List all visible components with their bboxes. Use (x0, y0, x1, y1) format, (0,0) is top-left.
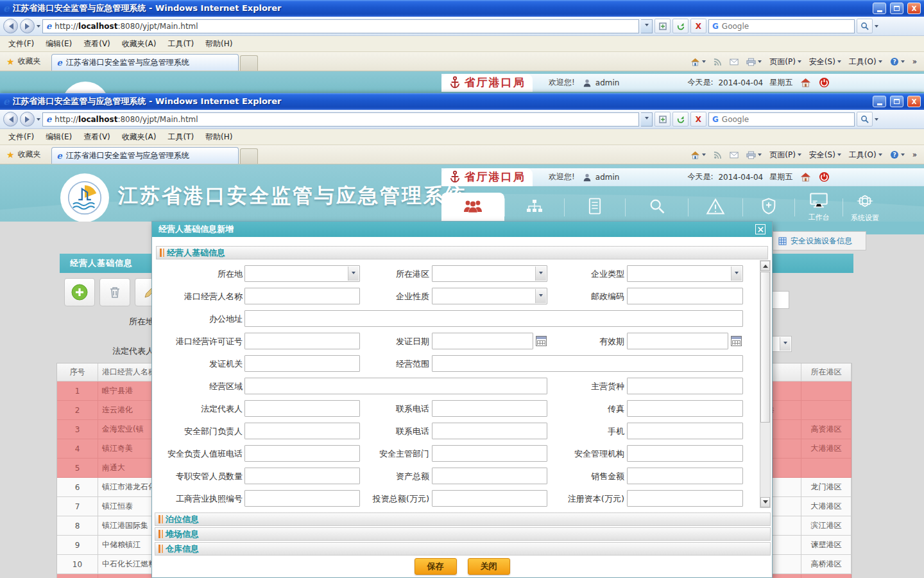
select-field[interactable] (432, 265, 547, 282)
text-field[interactable] (244, 490, 360, 507)
menu-item-2[interactable]: 查看(V) (78, 36, 116, 52)
date-field[interactable] (432, 333, 533, 349)
safety-menu[interactable]: 安全(S) (806, 148, 844, 162)
restore-button[interactable] (890, 96, 903, 107)
search-input[interactable]: G Google (708, 112, 855, 127)
address-input[interactable]: e http://localhost:8080/yjpt/Main.html (42, 19, 639, 33)
favorites-button[interactable]: ★ 收藏夹 (3, 149, 46, 164)
text-field[interactable] (244, 468, 360, 484)
history-dropdown-icon[interactable] (37, 25, 40, 30)
print-button[interactable] (743, 150, 765, 161)
refresh-button[interactable] (672, 112, 689, 127)
text-field[interactable] (627, 288, 743, 304)
dropdown-arrow-icon[interactable] (731, 267, 742, 281)
nav-organization[interactable] (505, 193, 564, 222)
forward-button[interactable] (20, 19, 35, 33)
home-button[interactable] (687, 150, 709, 161)
text-field[interactable] (432, 490, 547, 507)
menu-item-3[interactable]: 收藏夹(A) (116, 129, 162, 145)
restore-button[interactable] (890, 3, 903, 14)
logout-power-icon[interactable] (819, 171, 830, 182)
nav-emergency[interactable] (689, 193, 742, 222)
forward-button[interactable] (20, 112, 35, 127)
favorites-button[interactable]: ★ 收藏夹 (3, 56, 46, 71)
menu-item-5[interactable]: 帮助(H) (200, 129, 238, 145)
dropdown-arrow-icon[interactable] (535, 289, 546, 303)
text-field[interactable] (627, 423, 743, 439)
section-header-collapsed[interactable]: 堆场信息 (155, 527, 771, 541)
window-titlebar[interactable]: e 江苏省港口安全监管与应急管理系统 - Windows Internet Ex… (0, 93, 924, 110)
select-field[interactable] (627, 265, 743, 282)
new-tab-stub[interactable] (240, 148, 258, 164)
window-titlebar[interactable]: e 江苏省港口安全监管与应急管理系统 - Windows Internet Ex… (0, 0, 924, 17)
search-options-dropdown-icon[interactable] (875, 118, 878, 123)
text-field[interactable] (244, 423, 360, 439)
text-field[interactable] (432, 400, 547, 417)
text-field[interactable] (627, 490, 743, 507)
browser-tab[interactable]: e 江苏省港口安全监管与应急管理系统 (51, 54, 239, 71)
section-header-collapsed[interactable]: 泊位信息 (155, 512, 771, 526)
menu-item-4[interactable]: 工具(T) (162, 36, 200, 52)
save-button[interactable]: 保存 (415, 558, 457, 575)
text-field[interactable] (432, 445, 547, 462)
menu-item-0[interactable]: 文件(F) (3, 129, 40, 145)
text-field[interactable] (244, 310, 743, 327)
menu-item-1[interactable]: 编辑(E) (40, 129, 78, 145)
text-field[interactable] (244, 445, 360, 462)
stop-button[interactable]: X (690, 19, 706, 33)
select-field[interactable] (244, 265, 360, 282)
more-commands-chevron[interactable]: » (909, 56, 920, 67)
text-field[interactable] (244, 400, 360, 417)
browser-tab[interactable]: e 江苏省港口安全监管与应急管理系统 (51, 147, 239, 164)
add-button[interactable] (64, 278, 95, 306)
history-dropdown-icon[interactable] (37, 118, 40, 123)
text-field[interactable] (627, 445, 743, 462)
page-menu[interactable]: 页面(P) (766, 148, 805, 162)
mail-button[interactable] (726, 150, 742, 160)
text-field[interactable] (244, 378, 547, 394)
text-field[interactable] (432, 468, 547, 484)
minimize-button[interactable] (873, 3, 886, 14)
address-dropdown[interactable] (641, 19, 653, 33)
nav-workbench[interactable]: 工作台 (795, 193, 843, 222)
text-field[interactable] (627, 378, 743, 394)
safety-menu[interactable]: 安全(S) (806, 55, 844, 69)
home-shortcut-icon[interactable] (800, 78, 811, 87)
menu-item-5[interactable]: 帮助(H) (200, 36, 238, 52)
nav-settings[interactable]: 系统设置 (843, 193, 887, 222)
back-button[interactable] (3, 112, 18, 127)
search-button[interactable] (857, 112, 873, 127)
minimize-button[interactable] (873, 96, 886, 107)
date-field[interactable] (627, 333, 728, 349)
close-window-button[interactable]: X (907, 3, 921, 14)
section-header-collapsed[interactable]: 仓库信息 (155, 542, 771, 556)
text-field[interactable] (432, 423, 547, 439)
menu-item-4[interactable]: 工具(T) (162, 129, 200, 145)
feeds-button[interactable] (710, 150, 725, 161)
section-header-basic-info[interactable]: 经营人基础信息 (156, 246, 768, 259)
text-field[interactable] (627, 400, 743, 417)
refresh-button[interactable] (672, 19, 689, 33)
text-field[interactable] (627, 468, 743, 484)
stop-button[interactable]: X (690, 112, 706, 127)
dropdown-arrow-icon[interactable] (535, 267, 546, 281)
text-field[interactable] (244, 333, 360, 349)
help-menu[interactable]: ? (887, 149, 908, 161)
menu-item-0[interactable]: 文件(F) (3, 36, 40, 52)
mail-button[interactable] (726, 57, 742, 67)
tools-menu[interactable]: 工具(O) (846, 148, 886, 162)
scroll-up-button[interactable] (760, 261, 770, 271)
feeds-button[interactable] (710, 57, 725, 67)
dropdown-arrow-icon[interactable] (348, 267, 359, 281)
page-menu[interactable]: 页面(P) (766, 55, 805, 69)
nav-documents[interactable] (565, 193, 625, 222)
close-window-button[interactable]: X (907, 96, 921, 107)
menu-item-2[interactable]: 查看(V) (78, 129, 116, 145)
text-field[interactable] (244, 355, 360, 372)
nav-search[interactable] (626, 193, 688, 222)
scrollbar-thumb[interactable] (760, 272, 770, 423)
tools-menu[interactable]: 工具(O) (846, 55, 886, 69)
menu-item-3[interactable]: 收藏夹(A) (116, 36, 162, 52)
dialog-scrollbar[interactable] (760, 260, 771, 508)
nav-operators[interactable] (441, 193, 504, 222)
